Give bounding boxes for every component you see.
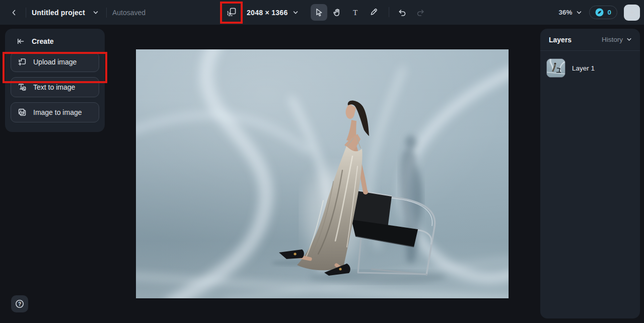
canvas-size-control[interactable]: 2048 × 1366 [247, 0, 299, 25]
history-label: History [602, 36, 623, 43]
brush-tool-button[interactable] [365, 4, 382, 21]
text-to-image-icon [18, 83, 27, 92]
zoom-level-value: 36% [558, 9, 572, 16]
cursor-arrow-icon [314, 8, 324, 17]
layer-thumbnail-image [547, 59, 565, 77]
top-bar: Untitled project Autosaved 2048 × 1366 [0, 0, 644, 25]
button-label: Image to image [33, 108, 82, 116]
divider [389, 7, 389, 17]
canvas-size-value: 2048 × 1366 [247, 9, 288, 17]
zoom-level-control[interactable]: 36% [558, 9, 583, 16]
download-button[interactable] [624, 5, 640, 21]
layer-name: Layer 1 [572, 64, 595, 72]
hand-tool-button[interactable] [329, 4, 345, 21]
credits-button[interactable]: 0 [589, 6, 617, 19]
image-plus-icon [18, 57, 27, 67]
brush-pen-icon [369, 8, 378, 17]
layers-panel: Layers History [540, 29, 640, 318]
text-to-image-button[interactable]: Text to image [11, 77, 99, 97]
layers-panel-header: Layers History [540, 29, 640, 51]
undo-button[interactable] [393, 4, 410, 21]
project-menu-button[interactable] [91, 8, 101, 18]
chevron-down-icon [92, 9, 99, 16]
chevron-left-icon [10, 9, 18, 17]
resize-canvas-button[interactable] [224, 4, 240, 20]
select-tool-button[interactable] [311, 4, 327, 21]
svg-text:?: ? [18, 301, 21, 307]
back-button[interactable] [8, 7, 20, 19]
autosave-status: Autosaved [112, 9, 146, 17]
panel-title: Create [32, 37, 54, 45]
button-label: Upload image [33, 58, 77, 66]
divider [26, 8, 26, 18]
redo-icon [416, 8, 426, 18]
project-header: Untitled project Autosaved [8, 0, 146, 25]
resize-canvas-icon [226, 7, 237, 18]
redo-button[interactable] [412, 4, 429, 21]
hand-icon [332, 8, 342, 17]
tool-bar: T [311, 4, 382, 21]
app-window: Untitled project Autosaved 2048 × 1366 [0, 0, 644, 323]
chevron-down-icon [626, 36, 632, 43]
image-to-image-icon [18, 108, 27, 117]
layer-row[interactable]: Layer 1 [546, 58, 634, 78]
topbar-right: 36% 0 [558, 0, 640, 25]
create-panel-header: Create [5, 29, 105, 52]
create-panel: Create Upload image Text to image [5, 29, 105, 132]
layers-tab[interactable]: Layers [549, 36, 571, 44]
upload-image-button[interactable]: Upload image [11, 52, 99, 72]
create-actions: Upload image Text to image Image to imag… [5, 52, 105, 122]
divider [106, 8, 107, 18]
credits-count: 0 [607, 9, 611, 16]
project-title[interactable]: Untitled project [32, 9, 85, 17]
question-circle-icon: ? [15, 299, 25, 309]
text-tool-icon: T [350, 8, 360, 17]
history-tab[interactable]: History [602, 36, 632, 43]
collapse-panel-button[interactable] [16, 36, 26, 46]
text-tool-button[interactable]: T [347, 4, 364, 21]
image-to-image-button[interactable]: Image to image [11, 102, 99, 122]
credit-coin-icon [595, 8, 604, 17]
layer-thumbnail [546, 58, 565, 78]
canvas-area[interactable] [136, 49, 509, 298]
button-label: Text to image [33, 83, 75, 91]
chevron-down-icon [292, 9, 299, 16]
undo-icon [397, 8, 407, 18]
download-icon [627, 8, 636, 17]
help-button[interactable]: ? [11, 295, 28, 312]
arrow-left-to-bar-icon [17, 37, 25, 45]
chevron-down-icon [576, 9, 583, 16]
svg-text:T: T [353, 9, 357, 17]
canvas-image[interactable] [136, 49, 509, 298]
